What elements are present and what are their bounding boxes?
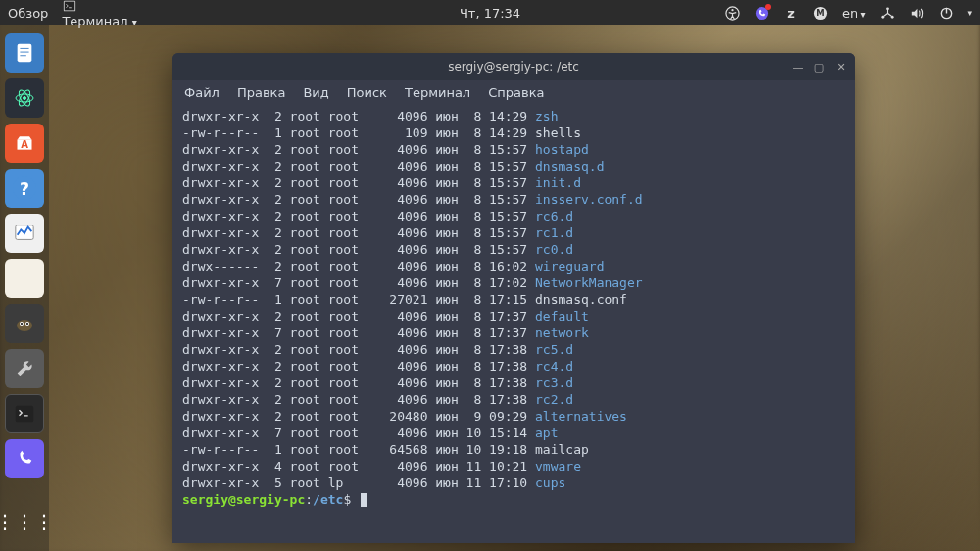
svg-point-25 (17, 320, 32, 331)
dock-show-apps[interactable]: ⋮⋮⋮ (5, 502, 44, 541)
svg-text:?: ? (20, 179, 29, 199)
svg-point-19 (24, 97, 26, 100)
dock: A ? ⋮⋮⋮ (0, 25, 49, 551)
dock-app-software[interactable]: A (5, 124, 44, 163)
dock-app-atom[interactable] (5, 78, 44, 118)
menu-view[interactable]: Вид (303, 85, 328, 100)
menu-file[interactable]: Файл (184, 85, 220, 100)
dock-app-tweaks[interactable] (5, 349, 44, 388)
terminal-icon (62, 0, 77, 14)
keyboard-layout-indicator[interactable]: en (842, 6, 865, 21)
gnome-top-bar: Обзор Терминал Чт, 17:34 z M en ▾ (0, 0, 980, 25)
window-title: sergiy@sergiy-pc: /etc (448, 60, 579, 74)
dock-app-notes[interactable] (5, 33, 44, 73)
app-menu[interactable]: Терминал (62, 0, 136, 28)
terminal-output[interactable]: drwxr-xr-x 2 root root 4096 июн 8 14:29 … (172, 104, 855, 543)
app-menu-label: Терминал (62, 14, 127, 28)
dock-app-terminal[interactable] (5, 394, 44, 433)
menu-edit[interactable]: Правка (237, 85, 285, 100)
menu-help[interactable]: Справка (488, 85, 544, 100)
network-icon[interactable] (879, 5, 895, 21)
viber-tray-icon[interactable] (754, 5, 769, 21)
window-maximize-button[interactable]: ▢ (811, 59, 827, 75)
svg-point-3 (731, 9, 733, 11)
menu-terminal[interactable]: Терминал (405, 85, 470, 100)
window-titlebar[interactable]: sergiy@sergiy-pc: /etc — ▢ ✕ (172, 53, 855, 80)
svg-text:A: A (21, 139, 28, 150)
svg-point-29 (26, 323, 28, 325)
power-icon[interactable] (938, 5, 954, 21)
dock-app-viber[interactable] (5, 439, 44, 478)
dock-app-egg[interactable] (5, 259, 44, 298)
volume-icon[interactable] (908, 5, 924, 21)
activities-button[interactable]: Обзор (8, 6, 48, 21)
dock-app-system-monitor[interactable] (5, 214, 44, 253)
svg-rect-30 (16, 406, 33, 423)
window-minimize-button[interactable]: — (790, 59, 806, 75)
window-close-button[interactable]: ✕ (833, 59, 849, 75)
system-menu-arrow[interactable]: ▾ (967, 8, 972, 18)
svg-rect-1 (65, 1, 75, 10)
dock-app-help[interactable]: ? (5, 169, 44, 208)
svg-point-28 (21, 323, 23, 325)
clock[interactable]: Чт, 17:34 (460, 6, 520, 21)
dock-app-gimp[interactable] (5, 304, 44, 343)
svg-text:M: M (816, 8, 824, 18)
tray-icon-m[interactable]: M (812, 5, 828, 21)
accessibility-icon[interactable] (724, 5, 740, 21)
tray-icon-z[interactable]: z (783, 5, 799, 21)
svg-rect-12 (18, 44, 32, 62)
terminal-menubar: Файл Правка Вид Поиск Терминал Справка (172, 80, 855, 104)
terminal-window: sergiy@sergiy-pc: /etc — ▢ ✕ Файл Правка… (172, 53, 855, 543)
menu-search[interactable]: Поиск (347, 85, 387, 100)
